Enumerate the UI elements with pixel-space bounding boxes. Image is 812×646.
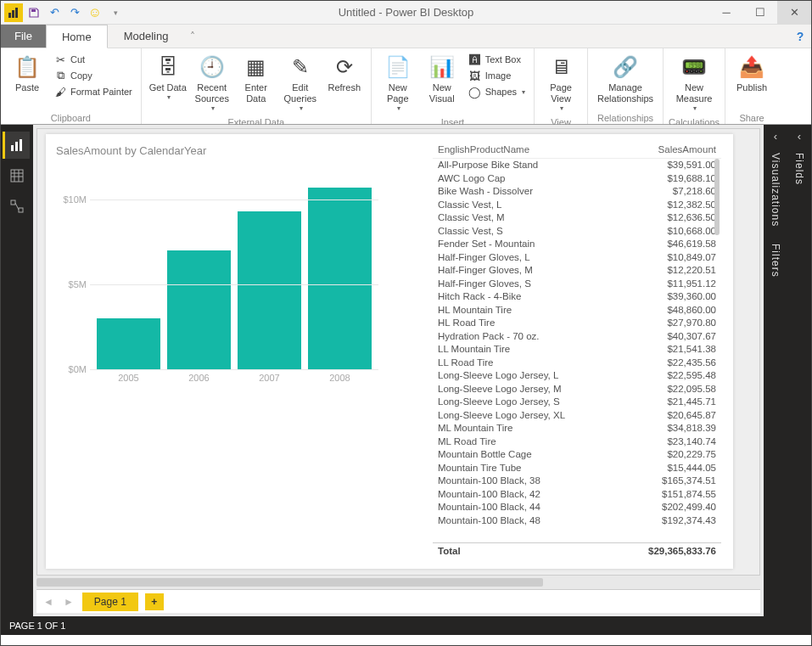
copy-button[interactable]: ⧉Copy <box>50 68 136 83</box>
table-row[interactable]: Bike Wash - Dissolver$7,218.60 <box>433 185 721 199</box>
page-view-button[interactable]: 🖥Page View▾ <box>540 50 582 116</box>
qat-dropdown-icon[interactable]: ▾ <box>106 3 125 22</box>
table-row[interactable]: Half-Finger Gloves, S$11,951.12 <box>433 278 721 291</box>
col-amount[interactable]: SalesAmount <box>623 144 716 154</box>
svg-rect-6 <box>20 139 22 151</box>
undo-icon[interactable]: ↶ <box>45 3 64 22</box>
cell-amount: $22,435.56 <box>623 357 716 370</box>
shapes-button[interactable]: ◯Shapes▾ <box>465 84 529 99</box>
fields-pane[interactable]: ‹ Fields <box>787 125 811 616</box>
table-row[interactable]: Half-Finger Gloves, L$10,849.07 <box>433 251 721 265</box>
collapse-ribbon-icon[interactable]: ˄ <box>184 25 201 48</box>
page-prev-icon[interactable]: ◄ <box>42 596 55 608</box>
app-icon[interactable] <box>4 3 23 22</box>
table-row[interactable]: Long-Sleeve Logo Jersey, S$21,445.71 <box>433 396 721 409</box>
paste-button[interactable]: 📋 Paste <box>6 50 48 97</box>
table-row[interactable]: HL Mountain Tire$48,860.00 <box>433 304 721 317</box>
file-tab[interactable]: File <box>1 25 46 48</box>
table-row[interactable]: Mountain-100 Black, 44$202,499.40 <box>433 501 721 514</box>
save-icon[interactable] <box>25 3 43 22</box>
image-button[interactable]: 🖼Image <box>465 68 529 83</box>
bar[interactable] <box>308 188 372 369</box>
bar-chart-visual[interactable]: SalesAmount by CalendarYear $0M$5M$10M 2… <box>56 144 395 403</box>
table-row[interactable]: LL Mountain Tire$21,541.38 <box>433 343 721 357</box>
cell-product: Mountain-100 Black, 44 <box>438 501 623 514</box>
redo-icon[interactable]: ↷ <box>65 3 84 22</box>
cell-amount: $151,874.55 <box>623 488 716 502</box>
table-row[interactable]: LL Road Tire$22,435.56 <box>433 357 721 370</box>
new-page-button[interactable]: 📄New Page▾ <box>377 50 419 116</box>
chevron-down-icon: ▾ <box>300 104 303 113</box>
table-row[interactable]: ML Road Tire$23,140.74 <box>433 435 721 449</box>
table-row[interactable]: Long-Sleeve Logo Jersey, XL$20,645.87 <box>433 409 721 423</box>
table-header: EnglishProductName SalesAmount <box>433 143 721 158</box>
add-page-button[interactable]: + <box>145 593 164 610</box>
new-measure-button[interactable]: 📟New Measure▾ <box>669 50 720 116</box>
table-row[interactable]: HL Road Tire$27,970.80 <box>433 317 721 330</box>
textbox-button[interactable]: 🅰Text Box <box>465 52 529 67</box>
table-row[interactable]: Mountain-100 Black, 38$165,374.51 <box>433 475 721 488</box>
table-row[interactable]: Classic Vest, M$12,636.50 <box>433 211 721 225</box>
table-row[interactable]: Long-Sleeve Logo Jersey, L$22,595.48 <box>433 369 721 383</box>
model-view-button[interactable] <box>3 193 31 220</box>
format-painter-button[interactable]: 🖌Format Painter <box>50 84 136 99</box>
table-visual[interactable]: EnglishProductName SalesAmount All-Purpo… <box>433 143 721 559</box>
group-external-data: 🗄Get Data▾ 🕘Recent Sources▾ ▦Enter Data … <box>142 48 372 124</box>
table-row[interactable]: All-Purpose Bike Stand$39,591.00 <box>433 159 721 172</box>
paste-label: Paste <box>15 82 39 93</box>
recent-sources-button[interactable]: 🕘Recent Sources▾ <box>191 50 233 116</box>
table-row[interactable]: Long-Sleeve Logo Jersey, M$22,095.58 <box>433 383 721 396</box>
table-row[interactable]: ML Mountain Tire$34,818.39 <box>433 422 721 435</box>
refresh-button[interactable]: ⟳Refresh <box>323 50 366 97</box>
table-row[interactable]: Mountain-100 Black, 48$192,374.43 <box>433 514 721 528</box>
table-row[interactable]: AWC Logo Cap$19,688.10 <box>433 172 721 186</box>
cell-product: Fender Set - Mountain <box>438 238 623 251</box>
get-data-button[interactable]: 🗄Get Data▾ <box>147 50 189 105</box>
publish-button[interactable]: 📤Publish <box>731 50 773 97</box>
help-icon[interactable]: ? <box>789 25 811 48</box>
edit-queries-button[interactable]: ✎Edit Queries▾ <box>279 50 322 116</box>
filters-label: Filters <box>770 244 781 278</box>
refresh-icon: ⟳ <box>331 53 358 81</box>
table-row[interactable]: Classic Vest, S$10,668.00 <box>433 225 721 239</box>
bar[interactable] <box>238 211 301 369</box>
visualizations-pane[interactable]: ‹ Visualizations Filters <box>764 125 787 616</box>
cell-amount: $21,541.38 <box>623 343 716 357</box>
x-tick: 2006 <box>167 373 231 383</box>
maximize-button[interactable]: ☐ <box>743 1 777 25</box>
canvas-scroll[interactable]: SalesAmount by CalendarYear $0M$5M$10M 2… <box>36 128 760 576</box>
table-row[interactable]: Classic Vest, L$12,382.50 <box>433 199 721 212</box>
canvas-h-scrollbar[interactable] <box>36 576 760 589</box>
table-row[interactable]: Mountain Tire Tube$15,444.05 <box>433 462 721 475</box>
close-button[interactable]: ✕ <box>777 1 811 25</box>
report-view-button[interactable] <box>3 132 30 159</box>
table-row[interactable]: Half-Finger Gloves, M$12,220.51 <box>433 264 721 278</box>
data-view-button[interactable] <box>3 162 31 189</box>
col-product[interactable]: EnglishProductName <box>438 144 623 154</box>
ribbon-tabstrip: File Home Modeling ˄ ? <box>1 25 811 48</box>
table-row[interactable]: Mountain-100 Black, 42$151,874.55 <box>433 488 721 502</box>
smiley-icon[interactable]: ☺ <box>86 3 104 22</box>
enter-data-button[interactable]: ▦Enter Data <box>235 50 277 108</box>
minimize-button[interactable]: ─ <box>709 1 743 25</box>
table-scrollbar[interactable] <box>713 159 721 542</box>
modeling-tab[interactable]: Modeling <box>108 25 185 48</box>
table-row[interactable]: Fender Set - Mountain$46,619.58 <box>433 238 721 251</box>
report-canvas[interactable]: SalesAmount by CalendarYear $0M$5M$10M 2… <box>46 134 733 569</box>
cut-button[interactable]: ✂Cut <box>50 52 136 67</box>
table-row[interactable]: Mountain Bottle Cage$20,229.75 <box>433 448 721 462</box>
edit-icon: ✎ <box>287 53 314 81</box>
bar[interactable] <box>97 318 160 369</box>
home-tab[interactable]: Home <box>46 25 108 48</box>
window-controls: ─ ☐ ✕ <box>709 1 811 25</box>
table-row[interactable]: Hydration Pack - 70 oz.$40,307.67 <box>433 330 721 344</box>
cell-product: ML Road Tire <box>438 435 623 449</box>
quick-access-toolbar: ↶ ↷ ☺ ▾ <box>1 3 125 22</box>
table-row[interactable]: Hitch Rack - 4-Bike$39,360.00 <box>433 290 721 304</box>
page-tab-1[interactable]: Page 1 <box>82 593 138 611</box>
new-visual-button[interactable]: 📊New Visual <box>421 50 463 108</box>
manage-relationships-button[interactable]: 🔗Manage Relationships <box>593 50 658 108</box>
chart-icon: 📊 <box>428 53 456 81</box>
page-next-icon[interactable]: ► <box>62 596 76 608</box>
bar[interactable] <box>167 250 231 369</box>
